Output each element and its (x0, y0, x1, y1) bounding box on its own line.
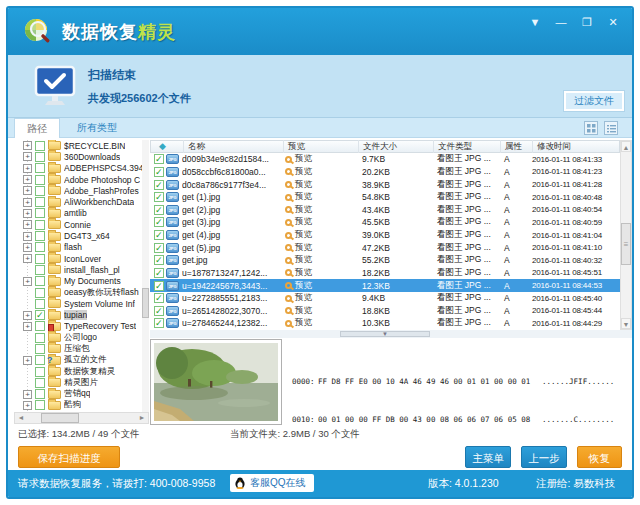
collapse-preview-button[interactable]: ▼ (340, 331, 430, 337)
filter-files-button[interactable]: 过滤文件 (564, 91, 624, 111)
tree-item[interactable]: TypeRecovery Test (14, 321, 142, 332)
file-row[interactable]: JPG u=2651428022,3070... 预览 18.8KB 看图王 J… (150, 305, 620, 318)
file-checkbox[interactable] (154, 243, 164, 253)
file-row[interactable]: JPG d058ccbf6c81800a0... 预览 20.2KB 看图王 J… (150, 166, 620, 179)
tree-hscroll-thumb[interactable] (41, 413, 79, 423)
scroll-up-arrow-icon[interactable]: ▲ (621, 141, 631, 152)
tree-scroll-thumb[interactable] (142, 288, 149, 318)
tree-checkbox[interactable] (35, 344, 45, 354)
file-row[interactable]: JPG get (3).jpg 预览 45.5KB 看图王 JPG ... A … (150, 216, 620, 229)
tree-checkbox[interactable] (35, 265, 45, 275)
tree-checkbox[interactable] (35, 288, 45, 298)
expand-icon[interactable] (23, 209, 32, 218)
tree-checkbox[interactable] (35, 220, 45, 230)
expand-icon[interactable] (23, 141, 32, 150)
qq-support-badge[interactable]: 客服QQ在线 (230, 474, 314, 492)
expand-icon[interactable] (23, 356, 32, 365)
expand-icon[interactable] (23, 254, 32, 263)
preview-link[interactable]: 预览 (283, 191, 358, 203)
column-name[interactable]: 名称 (184, 140, 284, 153)
tree-item[interactable]: ADBEPHSPCS4.39402 (14, 163, 142, 174)
file-checkbox[interactable] (154, 255, 164, 265)
preview-link[interactable]: 预览 (283, 229, 358, 241)
file-row[interactable]: JPG get (1).jpg 预览 54.8KB 看图王 JPG ... A … (150, 191, 620, 204)
tree-item[interactable]: AliWorkbenchData (14, 196, 142, 207)
column-attr[interactable]: 属性 (501, 140, 533, 153)
expand-icon[interactable] (23, 401, 32, 410)
column-type[interactable]: 文件类型 (434, 140, 501, 153)
tree-item[interactable]: 营销qq (14, 389, 142, 400)
expand-icon[interactable] (23, 322, 32, 331)
scroll-down-arrow-icon[interactable]: ▼ (621, 318, 631, 329)
preview-link[interactable]: 预览 (283, 216, 358, 228)
tree-item[interactable]: 酷狗 (14, 400, 142, 411)
preview-link[interactable]: 预览 (283, 292, 358, 304)
expand-icon[interactable] (23, 220, 32, 229)
preview-splitter[interactable]: ▼ (150, 330, 632, 338)
file-checkbox[interactable] (154, 281, 164, 291)
expand-icon[interactable] (23, 232, 32, 241)
tree-checkbox[interactable] (35, 208, 45, 218)
tree-checkbox[interactable] (35, 163, 45, 173)
expand-icon[interactable] (23, 277, 32, 286)
file-row[interactable]: JPG d0c8a786c9177f3e4... 预览 38.9KB 看图王 J… (150, 178, 620, 191)
tree-checkbox[interactable] (35, 231, 45, 241)
preview-link[interactable]: 预览 (283, 317, 358, 329)
preview-link[interactable]: 预览 (283, 166, 358, 178)
tree-checkbox[interactable] (35, 254, 45, 264)
file-checkbox[interactable] (154, 217, 164, 227)
tree-item[interactable]: IconLover (14, 253, 142, 264)
back-button[interactable]: 上一步 (521, 446, 567, 468)
tree-checkbox[interactable] (35, 141, 45, 151)
tree-checkbox[interactable] (35, 389, 45, 399)
expand-icon[interactable] (23, 164, 32, 173)
file-checkbox[interactable] (154, 293, 164, 303)
preview-link[interactable]: 预览 (283, 242, 358, 254)
tab-path[interactable]: 路径 (14, 118, 60, 138)
column-mtime[interactable]: 修改时间 (533, 140, 619, 153)
preview-link[interactable]: 预览 (283, 204, 358, 216)
file-row[interactable]: JPG get (2).jpg 预览 43.4KB 看图王 JPG ... A … (150, 204, 620, 217)
tree-checkbox[interactable] (35, 242, 45, 252)
file-row[interactable]: JPG u=1878713247,1242... 预览 18.2KB 看图王 J… (150, 267, 620, 280)
expand-icon[interactable] (23, 390, 32, 399)
tree-checkbox[interactable] (35, 299, 45, 309)
file-row[interactable]: JPG u=278465244,12382... 预览 10.3KB 看图王 J… (150, 317, 620, 330)
preview-link[interactable]: 预览 (283, 179, 358, 191)
tree-checkbox[interactable] (35, 355, 45, 365)
tree-checkbox[interactable] (35, 152, 45, 162)
tree-checkbox[interactable] (35, 197, 45, 207)
list-view-icon[interactable] (604, 121, 618, 135)
tree-item[interactable]: 精灵图片 (14, 377, 142, 388)
tree-checkbox[interactable] (35, 378, 45, 388)
file-checkbox[interactable] (154, 205, 164, 215)
preview-link[interactable]: 预览 (283, 280, 358, 292)
file-row[interactable]: JPG get (5).jpg 预览 47.2KB 看图王 JPG ... A … (150, 241, 620, 254)
expand-icon[interactable] (23, 186, 32, 195)
file-checkbox[interactable] (154, 306, 164, 316)
tree-item[interactable]: 360Downloads (14, 151, 142, 162)
preview-link[interactable]: 预览 (283, 153, 358, 165)
file-checkbox[interactable] (154, 167, 164, 177)
expand-icon[interactable] (23, 243, 32, 252)
expand-icon[interactable] (23, 198, 32, 207)
tree-item[interactable]: My Documents (14, 276, 142, 287)
table-vertical-scrollbar[interactable]: ▲ ▼ (620, 140, 632, 330)
scroll-left-arrow-icon[interactable]: ◄ (15, 413, 27, 423)
tree-horizontal-scrollbar[interactable]: ◄ ► (14, 412, 149, 424)
tree-item[interactable]: Connie (14, 219, 142, 230)
tree-item[interactable]: tupian (14, 309, 142, 320)
tree-checkbox[interactable] (35, 310, 45, 320)
tree-item[interactable]: Adobe_FlashProfes (14, 185, 142, 196)
tab-all-types[interactable]: 所有类型 (66, 118, 128, 138)
select-all-column[interactable]: ◆ (151, 140, 184, 153)
scroll-right-arrow-icon[interactable]: ► (136, 413, 148, 423)
tree-checkbox[interactable] (35, 276, 45, 286)
tree-item[interactable]: flash (14, 242, 142, 253)
recover-button[interactable]: 恢复 (577, 446, 622, 468)
file-row[interactable]: JPG d009b34e9c82d1584... 预览 9.7KB 看图王 JP… (150, 153, 620, 166)
preview-link[interactable]: 预览 (283, 254, 358, 266)
tree-item[interactable]: 数据恢复精灵 (14, 366, 142, 377)
file-row[interactable]: JPG get (4).jpg 预览 39.0KB 看图王 JPG ... A … (150, 229, 620, 242)
file-row[interactable]: JPG u=2272885551,2183... 预览 9.4KB 看图王 JP… (150, 292, 620, 305)
